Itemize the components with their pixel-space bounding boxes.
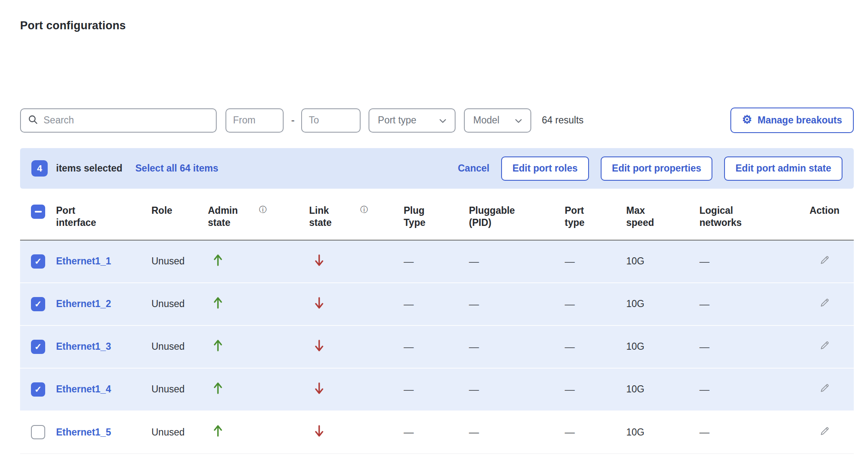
port-type-value: — <box>565 426 575 438</box>
port-interface-link[interactable]: Ethernet1_2 <box>56 298 111 309</box>
port-type-value: — <box>565 341 575 352</box>
port-type-value: — <box>565 256 575 267</box>
row-checkbox[interactable]: ✓ <box>31 425 45 439</box>
port-type-value: — <box>565 298 575 310</box>
column-header-plug-type: Plug Type <box>404 205 469 229</box>
table-row: ✓ Ethernet1_1 Unused — — — 10G — <box>20 241 854 283</box>
row-checkbox[interactable]: ✓ <box>31 254 45 269</box>
role-value: Unused <box>151 341 184 352</box>
selection-actions: Cancel Edit port roles Edit port propert… <box>458 156 843 181</box>
model-dropdown[interactable]: Model <box>464 108 531 133</box>
range-from-input[interactable] <box>225 108 284 133</box>
edit-port-roles-button[interactable]: Edit port roles <box>501 156 589 181</box>
port-interface-link[interactable]: Ethernet1_5 <box>56 427 111 438</box>
range-to-input[interactable] <box>301 108 361 133</box>
search-input[interactable] <box>44 115 210 126</box>
plug-type-value: — <box>404 341 414 352</box>
info-icon[interactable]: ⓘ <box>360 205 368 215</box>
edit-port-properties-button[interactable]: Edit port properties <box>601 156 712 181</box>
selected-count-badge: 4 <box>31 160 48 177</box>
select-all-link[interactable]: Select all 64 items <box>136 163 218 174</box>
edit-row-icon[interactable] <box>819 340 830 351</box>
column-header-link-state: Link stateⓘ <box>309 205 404 229</box>
check-icon: ✓ <box>34 257 42 266</box>
chevron-down-icon <box>439 115 446 126</box>
port-type-dropdown[interactable]: Port type <box>369 108 456 133</box>
column-header-pluggable-pid: Pluggable (PID) <box>469 205 565 229</box>
plug-type-value: — <box>404 256 414 267</box>
link-state-down-icon <box>314 339 324 352</box>
role-value: Unused <box>151 256 184 266</box>
port-interface-link[interactable]: Ethernet1_4 <box>56 384 111 395</box>
max-speed-value: 10G <box>626 298 644 309</box>
table-header-row: Port interface Role Admin stateⓘ Link st… <box>20 189 854 241</box>
link-state-down-icon <box>314 424 324 438</box>
row-checkbox[interactable]: ✓ <box>31 382 45 397</box>
link-state-down-icon <box>314 254 324 267</box>
logical-networks-value: — <box>699 384 709 395</box>
table-row: ✓ Ethernet1_4 Unused — — — 10G — <box>20 369 854 411</box>
admin-state-up-icon <box>213 296 223 310</box>
search-input-container <box>20 108 217 133</box>
admin-state-up-icon <box>213 424 223 438</box>
check-icon: ✓ <box>34 300 42 308</box>
items-selected-label: items selected <box>56 163 123 174</box>
admin-state-up-icon <box>213 339 223 352</box>
range-separator: - <box>291 114 294 126</box>
cancel-link[interactable]: Cancel <box>458 163 489 174</box>
column-header-logical-networks: Logical networks <box>699 205 795 229</box>
column-header-action: Action <box>795 205 854 217</box>
check-icon: ✓ <box>34 342 42 351</box>
results-count: 64 results <box>542 115 584 126</box>
max-speed-value: 10G <box>626 256 644 266</box>
indeterminate-icon <box>35 211 42 213</box>
search-icon <box>28 114 38 127</box>
port-configurations-page: Port configurations - Port type Model 64… <box>0 0 868 456</box>
row-checkbox[interactable]: ✓ <box>31 340 45 354</box>
edit-port-admin-state-button[interactable]: Edit port admin state <box>724 156 842 181</box>
column-header-admin-state: Admin stateⓘ <box>208 205 309 229</box>
chevron-down-icon <box>515 115 522 126</box>
link-state-down-icon <box>314 382 324 395</box>
table-row: ✓ Ethernet1_2 Unused — — — 10G — <box>20 283 854 326</box>
table-row: ✓ Ethernet1_5 Unused — — — 10G — <box>20 411 854 454</box>
port-type-dropdown-label: Port type <box>378 115 416 126</box>
filter-toolbar: - Port type Model 64 results ⚙ Manage br… <box>20 108 854 133</box>
model-dropdown-label: Model <box>473 115 499 126</box>
admin-state-up-icon <box>213 254 223 267</box>
column-header-max-speed: Max speed <box>626 205 699 229</box>
pluggable-pid-value: — <box>469 341 479 352</box>
pluggable-pid-value: — <box>469 384 479 395</box>
edit-row-icon[interactable] <box>819 297 830 308</box>
logical-networks-value: — <box>699 256 709 267</box>
port-table: Port interface Role Admin stateⓘ Link st… <box>20 189 854 454</box>
logical-networks-value: — <box>699 426 709 438</box>
logical-networks-value: — <box>699 341 709 352</box>
logical-networks-value: — <box>699 298 709 310</box>
pluggable-pid-value: — <box>469 256 479 267</box>
edit-row-icon[interactable] <box>819 254 830 266</box>
plug-type-value: — <box>404 426 414 438</box>
max-speed-value: 10G <box>626 384 644 395</box>
manage-breakouts-button[interactable]: ⚙ Manage breakouts <box>730 108 854 133</box>
manage-breakouts-label: Manage breakouts <box>758 115 842 126</box>
pluggable-pid-value: — <box>469 426 479 438</box>
page-title: Port configurations <box>20 19 854 32</box>
admin-state-up-icon <box>213 382 223 395</box>
table-row: ✓ Ethernet1_3 Unused — — — 10G — <box>20 326 854 369</box>
role-value: Unused <box>151 384 184 395</box>
port-interface-link[interactable]: Ethernet1_3 <box>56 341 111 352</box>
link-state-down-icon <box>314 296 324 310</box>
select-all-checkbox[interactable] <box>31 205 45 219</box>
max-speed-value: 10G <box>626 341 644 352</box>
row-checkbox[interactable]: ✓ <box>31 297 45 311</box>
info-icon[interactable]: ⓘ <box>259 205 266 215</box>
check-icon: ✓ <box>34 385 42 394</box>
pluggable-pid-value: — <box>469 298 479 310</box>
edit-row-icon[interactable] <box>819 382 830 394</box>
edit-row-icon[interactable] <box>819 425 830 437</box>
max-speed-value: 10G <box>626 427 644 438</box>
port-interface-link[interactable]: Ethernet1_1 <box>56 256 111 266</box>
plug-type-value: — <box>404 298 414 310</box>
port-type-value: — <box>565 384 575 395</box>
